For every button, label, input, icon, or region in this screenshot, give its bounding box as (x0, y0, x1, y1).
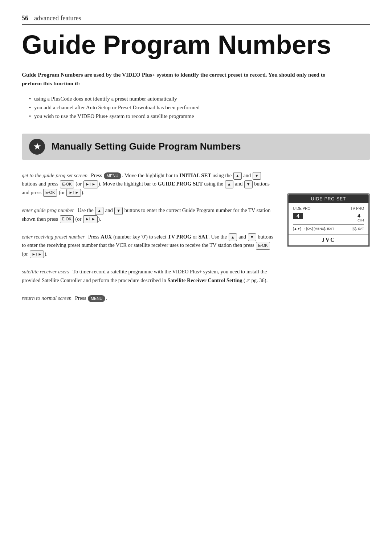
screen-ch4-label: CH4 (358, 219, 364, 222)
step2-label: enter guide prog number (22, 207, 74, 213)
screen-value-right: 4 (354, 213, 364, 219)
list-item: using a PlusCode does not identify a pre… (29, 94, 370, 103)
down-arrow-icon2: ▼ (244, 180, 253, 188)
screen-box: UIDE PRO SET UIDE PRO TV PRO 4 4 CH4 (288, 194, 369, 246)
down-arrow-icon: ▼ (253, 172, 261, 180)
instruction-step2: enter guide prog number Use the ▲ and ▼ … (22, 206, 276, 223)
screen-right-col: 4 CH4 (354, 213, 364, 222)
content-area: get to the guide prog set screen Press M… (22, 171, 370, 312)
menu-button-icon: MENU (104, 172, 121, 180)
screen-value-left: 4 (293, 213, 303, 219)
up-arrow-icon2: ▲ (225, 180, 233, 188)
screen-body: UIDE PRO TV PRO 4 4 CH4 [▲▼] → [OK] [MEN… (289, 203, 368, 234)
section-title: Manually Setting Guide Program Numbers (52, 141, 241, 152)
page-number: 56 (22, 15, 28, 22)
skip-fwd-icon3: ►I ► (83, 215, 98, 223)
screen-brand: JVC (289, 234, 368, 245)
screen-divider (293, 224, 364, 225)
list-item: you wish to use the VIDEO Plus+ system t… (29, 112, 370, 121)
screen-outer-border: UIDE PRO SET UIDE PRO TV PRO 4 4 CH4 (287, 193, 370, 247)
section-label: advanced features (34, 15, 81, 22)
eok-button-icon: E·OK (60, 180, 74, 188)
up-arrow-icon4: ▲ (229, 233, 237, 241)
step4-label: satellite receiver users (22, 269, 69, 274)
up-arrow-icon: ▲ (233, 172, 242, 180)
screen-value-row: 4 4 CH4 (293, 213, 364, 222)
eok-button-icon2: E·OK (43, 189, 57, 197)
list-item: you add a channel after Auto Setup or Pr… (29, 103, 370, 112)
page-header: 56 advanced features (22, 15, 370, 25)
eok-button-icon3: E·OK (60, 215, 74, 223)
eok-button-icon4: E·OK (256, 242, 270, 250)
screen-label-right: TV PRO (351, 207, 364, 211)
instruction-step3: enter receiving preset number Press AUX … (22, 233, 276, 258)
step1-label: get to the guide prog set screen (22, 172, 87, 178)
skip-fwd-icon4: ►I ► (30, 250, 44, 258)
up-arrow-icon3: ▲ (95, 207, 103, 215)
screen-label-left: UIDE PRO (293, 207, 310, 211)
intro-bold: Guide Program Numbers are used by the VI… (22, 70, 334, 88)
star-icon-circle: ★ (29, 139, 45, 155)
bullet-list: using a PlusCode does not identify a pre… (22, 94, 370, 121)
screen-label-row: UIDE PRO TV PRO (293, 207, 364, 211)
page-title: Guide Program Numbers (22, 31, 370, 59)
content-text: get to the guide prog set screen Press M… (22, 171, 276, 312)
instruction-step5: return to normal screen Press MENU. (22, 294, 276, 302)
down-arrow-icon4: ▼ (248, 233, 256, 241)
menu-button-icon2: MENU (88, 295, 105, 302)
screen-title-bar: UIDE PRO SET (289, 195, 368, 203)
step5-text: Press MENU. (75, 295, 107, 301)
screen-diagram: UIDE PRO SET UIDE PRO TV PRO 4 4 CH4 (287, 193, 370, 312)
instruction-step1: get to the guide prog set screen Press M… (22, 171, 276, 197)
screen-footer-left: [▲▼] → [OK] [MENU]: EXIT (293, 227, 334, 231)
step5-label: return to normal screen (22, 295, 72, 301)
star-icon: ★ (33, 142, 41, 151)
skip-fwd-icon2: ►I ► (66, 189, 81, 197)
screen-footer: [▲▼] → [OK] [MENU]: EXIT [0]: SAT (293, 227, 364, 231)
screen-footer-right: [0]: SAT (352, 227, 364, 231)
step3-label: enter receiving preset number (22, 234, 85, 240)
section-header: ★ Manually Setting Guide Program Numbers (22, 134, 370, 160)
instruction-step4: satellite receiver users To timer-record… (22, 268, 276, 284)
skip-fwd-icon: ►I ► (83, 180, 98, 188)
down-arrow-icon3: ▼ (114, 207, 123, 215)
